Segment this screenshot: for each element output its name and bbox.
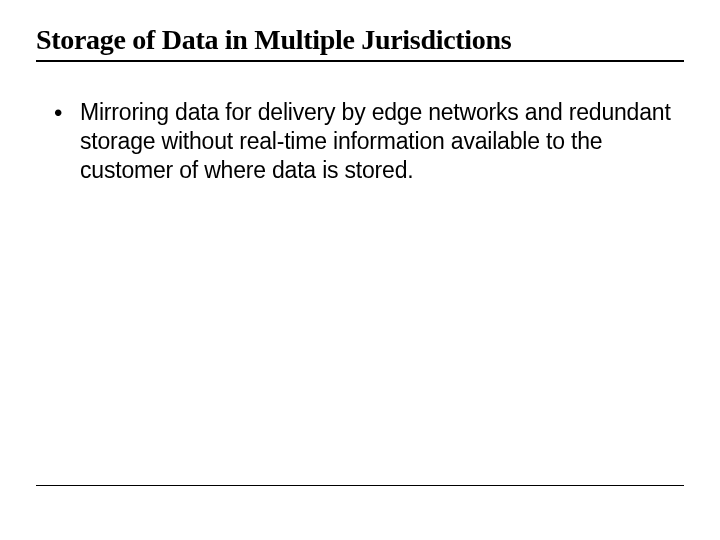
slide-content: Mirroring data for delivery by edge netw… — [36, 98, 684, 184]
slide-container: Storage of Data in Multiple Jurisdiction… — [0, 0, 720, 540]
divider-line — [36, 485, 684, 486]
slide-title: Storage of Data in Multiple Jurisdiction… — [36, 24, 684, 56]
bullet-list: Mirroring data for delivery by edge netw… — [50, 98, 684, 184]
title-block: Storage of Data in Multiple Jurisdiction… — [36, 24, 684, 62]
bullet-item: Mirroring data for delivery by edge netw… — [50, 98, 684, 184]
